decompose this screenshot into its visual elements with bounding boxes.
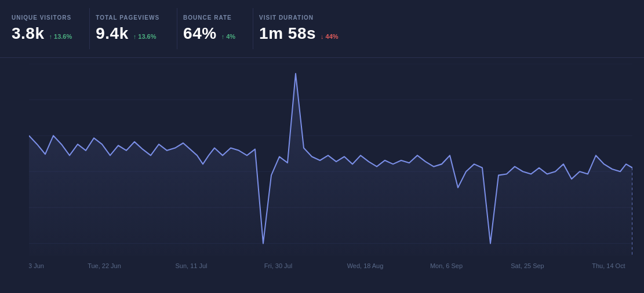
metric-bounce-rate: BOUNCE RATE64%↑ 4% [183,8,253,49]
chart-area: Thu, 3 Jun Tue, 22 Jun Sun, 11 Jul Fri, … [0,58,644,293]
svg-text:Tue, 22 Jun: Tue, 22 Jun [88,262,121,269]
metric-visit-duration: VISIT DURATION1m 58s↓ 44% [259,8,356,49]
metric-label-bounce-rate: BOUNCE RATE [183,14,235,21]
metrics-bar: UNIQUE VISITORS3.8k↑ 13.6%TOTAL PAGEVIEW… [0,0,644,58]
svg-text:Mon, 6 Sep: Mon, 6 Sep [430,262,463,269]
metric-unique-visitors: UNIQUE VISITORS3.8k↑ 13.6% [12,8,90,49]
metric-change-total-pageviews: ↑ 13.6% [133,33,157,40]
metric-value-total-pageviews: 9.4k [96,24,129,43]
line-chart: Thu, 3 Jun Tue, 22 Jun Sun, 11 Jul Fri, … [29,64,632,293]
svg-text:Fri, 30 Jul: Fri, 30 Jul [264,262,292,269]
metric-change-unique-visitors: ↑ 13.6% [49,33,72,40]
metric-value-visit-duration: 1m 58s [259,24,316,43]
svg-text:Thu, 14 Oct: Thu, 14 Oct [592,262,625,269]
metric-change-visit-duration: ↓ 44% [321,33,339,40]
metric-label-total-pageviews: TOTAL PAGEVIEWS [96,14,159,21]
metric-label-visit-duration: VISIT DURATION [259,14,339,21]
svg-text:Thu, 3 Jun: Thu, 3 Jun [29,262,44,269]
metric-value-bounce-rate: 64% [183,24,217,43]
svg-text:Wed, 18 Aug: Wed, 18 Aug [347,262,384,269]
svg-text:Sat, 25 Sep: Sat, 25 Sep [511,262,544,269]
dashboard: UNIQUE VISITORS3.8k↑ 13.6%TOTAL PAGEVIEW… [0,0,644,293]
svg-text:Sun, 11 Jul: Sun, 11 Jul [176,262,208,269]
metric-change-bounce-rate: ↑ 4% [221,33,235,40]
metric-label-unique-visitors: UNIQUE VISITORS [12,14,72,21]
metric-total-pageviews: TOTAL PAGEVIEWS9.4k↑ 13.6% [96,8,177,49]
metric-value-unique-visitors: 3.8k [12,24,45,43]
